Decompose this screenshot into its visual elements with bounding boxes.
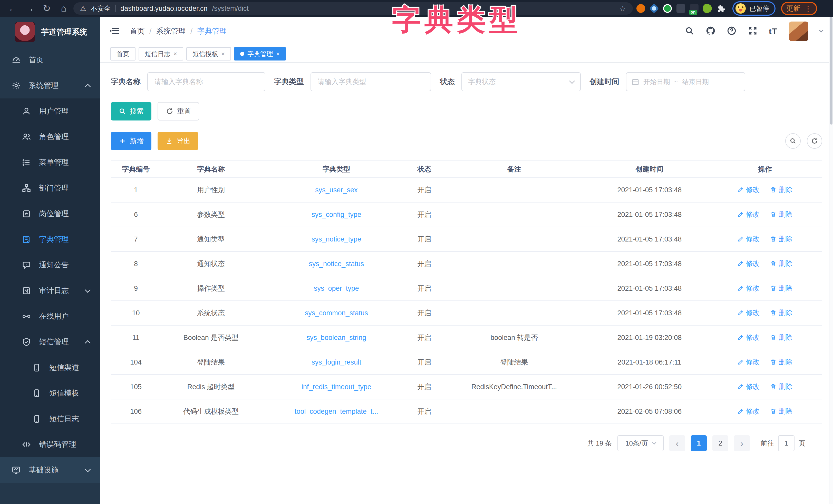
edit-link[interactable]: 修改	[737, 357, 760, 367]
dict-type-input[interactable]	[310, 72, 431, 91]
toggle-search-button[interactable]	[785, 133, 801, 149]
browser-forward-icon[interactable]: →	[23, 1, 37, 16]
extension-icon[interactable]: on	[689, 3, 699, 14]
sidebar-item-sms-channel[interactable]: 短信渠道	[0, 355, 100, 380]
edit-pencil-icon	[737, 309, 744, 316]
github-icon[interactable]	[706, 26, 715, 37]
close-icon[interactable]: ×	[276, 50, 280, 57]
sidebar-toggle-icon[interactable]	[110, 26, 121, 37]
page-size-select[interactable]: 10条/页	[617, 435, 664, 451]
goto-page-input[interactable]	[778, 435, 794, 451]
tab-sms-template[interactable]: 短信模板 ×	[186, 47, 231, 60]
tab-dict[interactable]: 字典管理 ×	[234, 47, 286, 60]
delete-link[interactable]: 删除	[770, 185, 792, 194]
extension-icon[interactable]	[662, 3, 673, 14]
delete-link[interactable]: 删除	[770, 333, 792, 342]
delete-link[interactable]: 删除	[770, 234, 792, 244]
browser-back-icon[interactable]: ←	[6, 1, 20, 16]
dict-type-link[interactable]: sys_boolean_string	[261, 325, 412, 350]
delete-link[interactable]: 删除	[770, 210, 792, 219]
extensions-puzzle-icon[interactable]	[715, 3, 726, 14]
edit-link[interactable]: 修改	[737, 283, 760, 293]
delete-link[interactable]: 删除	[770, 308, 792, 318]
dict-type-link[interactable]: sys_oper_type	[261, 276, 412, 301]
dict-name-input[interactable]	[147, 72, 265, 91]
dict-type-link[interactable]: sys_notice_type	[261, 227, 412, 251]
help-icon[interactable]	[727, 26, 737, 37]
address-bar[interactable]: ⚠ 不安全 dashboard.yudao.iocoder.cn/system/…	[73, 2, 633, 15]
delete-link[interactable]: 删除	[770, 259, 792, 268]
dict-type-link[interactable]: sys_notice_status	[261, 251, 412, 276]
browser-home-icon[interactable]: ⌂	[56, 1, 71, 16]
dict-type-link[interactable]: inf_redis_timeout_type	[261, 375, 412, 399]
search-icon[interactable]	[685, 26, 694, 37]
tab-home[interactable]: 首页	[110, 47, 136, 60]
sidebar-item-dept[interactable]: 部门管理	[0, 175, 100, 201]
fullscreen-icon[interactable]	[748, 26, 758, 37]
date-range-picker[interactable]: 开始日期 ~ 结束日期	[626, 72, 745, 91]
add-button[interactable]: 新增	[111, 132, 151, 150]
delete-link[interactable]: 删除	[770, 283, 792, 293]
reset-button[interactable]: 重置	[158, 102, 199, 121]
browser-update-chip[interactable]: 更新 ⋮	[781, 2, 817, 15]
sidebar-item-sms[interactable]: 短信管理	[0, 329, 100, 355]
extension-icon[interactable]	[636, 3, 646, 14]
sidebar-item-sms-log[interactable]: 短信日志	[0, 406, 100, 432]
sidebar-item-sms-template[interactable]: 短信模板	[0, 380, 100, 406]
breadcrumb-home[interactable]: 首页	[130, 26, 145, 36]
delete-link[interactable]: 删除	[770, 407, 792, 416]
bookmark-star-icon[interactable]: ☆	[619, 4, 626, 13]
sidebar-item-system[interactable]: 系统管理	[0, 73, 100, 98]
user-avatar[interactable]	[789, 22, 808, 41]
close-icon[interactable]: ×	[221, 50, 225, 57]
dict-type-link[interactable]: tool_codegen_template_t...	[261, 399, 412, 424]
sidebar-item-audit[interactable]: 审计日志	[0, 278, 100, 304]
page-button-2[interactable]: 2	[712, 435, 728, 451]
edit-link[interactable]: 修改	[737, 333, 760, 342]
page-scrollbar[interactable]	[829, 17, 833, 504]
browser-refresh-icon[interactable]: ↻	[40, 1, 54, 16]
tab-sms-log[interactable]: 短信日志 ×	[139, 47, 183, 60]
page-button-1[interactable]: 1	[691, 435, 707, 451]
edit-link[interactable]: 修改	[737, 308, 760, 318]
sidebar-item-home[interactable]: 首页	[0, 47, 100, 73]
sidebar-item-errcode[interactable]: 错误码管理	[0, 432, 100, 457]
font-size-icon[interactable]: tT	[769, 27, 778, 36]
sidebar-item-online[interactable]: 在线用户	[0, 304, 100, 329]
dict-type-link[interactable]: sys_login_result	[261, 350, 412, 375]
edit-link[interactable]: 修改	[737, 210, 760, 219]
sidebar-item-menu[interactable]: 菜单管理	[0, 150, 100, 175]
sidebar-item-notice[interactable]: 通知公告	[0, 252, 100, 278]
extension-icon[interactable]	[649, 3, 660, 14]
refresh-table-button[interactable]	[807, 133, 822, 149]
scrollbar-thumb[interactable]	[830, 17, 832, 125]
search-button[interactable]: 搜索	[111, 102, 151, 121]
close-icon[interactable]: ×	[173, 50, 177, 57]
status-select[interactable]: 字典状态	[461, 72, 581, 91]
delete-link[interactable]: 删除	[770, 382, 792, 391]
sidebar-item-role[interactable]: 角色管理	[0, 124, 100, 150]
export-button[interactable]: 导出	[158, 132, 198, 150]
sidebar-item-post[interactable]: 岗位管理	[0, 201, 100, 227]
extension-icon[interactable]	[675, 3, 686, 14]
browser-menu-icon[interactable]: ⋮	[804, 4, 812, 13]
browser-profile-chip[interactable]: 已暂停	[732, 1, 776, 16]
dict-type-link[interactable]: sys_common_status	[261, 301, 412, 325]
edit-link[interactable]: 修改	[737, 382, 760, 391]
dict-type-link[interactable]: sys_user_sex	[261, 178, 412, 202]
next-page-button[interactable]: ›	[734, 435, 750, 451]
prev-page-button[interactable]: ‹	[669, 435, 685, 451]
edit-link[interactable]: 修改	[737, 234, 760, 244]
app-logo-row[interactable]: 芋道管理系统	[0, 17, 100, 47]
user-menu-caret-icon[interactable]	[819, 28, 824, 32]
extension-icon[interactable]	[702, 3, 713, 14]
breadcrumb-section[interactable]: 系统管理	[156, 26, 186, 36]
edit-link[interactable]: 修改	[737, 185, 760, 194]
dict-type-link[interactable]: sys_config_type	[261, 202, 412, 227]
edit-link[interactable]: 修改	[737, 407, 760, 416]
sidebar-item-dict[interactable]: 字典管理	[0, 227, 100, 252]
sidebar-item-user[interactable]: 用户管理	[0, 98, 100, 124]
sidebar-item-infra[interactable]: 基础设施	[0, 457, 100, 483]
delete-link[interactable]: 删除	[770, 357, 792, 367]
edit-link[interactable]: 修改	[737, 259, 760, 268]
